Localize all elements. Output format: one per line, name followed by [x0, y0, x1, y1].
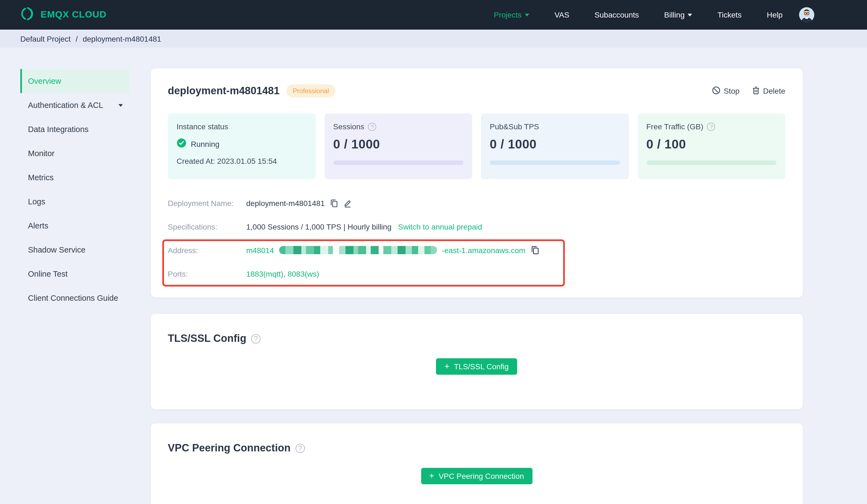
sidebar-item-shadow-service[interactable]: Shadow Service	[20, 238, 129, 262]
deployment-name-row: Deployment Name: deployment-m4801481	[168, 191, 785, 215]
vpc-peering-card: VPC Peering Connection VPC Peering Conne…	[151, 424, 803, 504]
nav-item-tickets[interactable]: Tickets	[718, 10, 742, 19]
sidebar-item-online-test[interactable]: Online Test	[20, 262, 129, 286]
copy-icon[interactable]	[530, 245, 539, 255]
switch-annual-prepaid-link[interactable]: Switch to annual prepaid	[398, 222, 482, 231]
main-content: deployment-m4801481 Professional Stop	[151, 68, 803, 504]
instance-status-text: Running	[191, 140, 220, 148]
sidebar-item-authentication-acl[interactable]: Authentication & ACL	[20, 93, 129, 117]
sidebar-item-logs[interactable]: Logs	[20, 189, 129, 213]
breadcrumb-separator: /	[76, 34, 78, 43]
sidebar-item-alerts[interactable]: Alerts	[20, 213, 129, 238]
copy-icon[interactable]	[330, 199, 338, 207]
specifications-value: 1,000 Sessions / 1,000 TPS | Hourly bill…	[246, 222, 392, 231]
traffic-progress-bar	[646, 161, 777, 165]
app: EMQX CLOUD Projects VAS Subaccounts Bill…	[0, 0, 867, 504]
tls-section-title: TLS/SSL Config	[168, 332, 246, 344]
sidebar-item-data-integrations[interactable]: Data Integrations	[20, 117, 129, 141]
top-navbar: EMQX CLOUD Projects VAS Subaccounts Bill…	[0, 0, 867, 30]
sessions-progress-bar	[333, 161, 463, 165]
vpc-section-title: VPC Peering Connection	[168, 442, 291, 454]
sessions-card: Sessions 0 / 1000	[324, 113, 472, 179]
ports-value: 1883(mqtt), 8083(ws)	[246, 269, 319, 278]
instance-status-card: Instance status Running Created At: 2023…	[168, 113, 315, 179]
sessions-value: 0 / 1000	[333, 137, 463, 152]
ports-row: Ports: 1883(mqtt), 8083(ws)	[168, 262, 785, 285]
emqx-logo[interactable]: EMQX CLOUD	[20, 6, 106, 24]
deployment-title: deployment-m4801481	[168, 85, 280, 97]
address-redaction	[279, 246, 437, 254]
breadcrumb-current: deployment-m4801481	[83, 34, 161, 43]
address-suffix: -east-1.amazonaws.com	[442, 246, 525, 254]
deployment-overview-card: deployment-m4801481 Professional Stop	[151, 68, 803, 297]
address-prefix: m48014	[246, 246, 274, 254]
address-row: Address: m48014 -east-1.amazonaws.com	[168, 238, 785, 262]
trash-icon	[751, 86, 760, 96]
brand-name: EMQX CLOUD	[41, 9, 106, 20]
plan-badge: Professional	[286, 84, 335, 98]
add-tls-ssl-config-button[interactable]: TLS/SSL Config	[436, 358, 517, 375]
sidebar-item-overview[interactable]: Overview	[20, 69, 129, 93]
nav-item-billing[interactable]: Billing	[664, 10, 692, 19]
traffic-value: 0 / 100	[646, 137, 777, 152]
edit-icon[interactable]	[343, 199, 352, 207]
nav-item-help[interactable]: Help	[767, 10, 783, 19]
delete-button[interactable]: Delete	[751, 86, 785, 96]
sidebar-item-client-connections-guide[interactable]: Client Connections Guide	[20, 286, 129, 310]
nav-item-vas[interactable]: VAS	[554, 10, 569, 19]
stop-button[interactable]: Stop	[711, 86, 739, 96]
nav-item-subaccounts[interactable]: Subaccounts	[595, 10, 639, 19]
breadcrumb-project[interactable]: Default Project	[20, 34, 71, 43]
help-icon[interactable]	[251, 334, 260, 343]
sidebar-item-monitor[interactable]: Monitor	[20, 141, 129, 165]
pubsub-tps-card: Pub&Sub TPS 0 / 1000	[481, 113, 629, 179]
nav-item-projects[interactable]: Projects	[494, 10, 529, 19]
add-vpc-peering-button[interactable]: VPC Peering Connection	[421, 468, 532, 484]
breadcrumb: Default Project / deployment-m4801481	[0, 30, 867, 48]
tps-progress-bar	[490, 161, 620, 165]
deployment-details: Deployment Name: deployment-m4801481	[168, 191, 785, 285]
chevron-down-icon	[688, 13, 692, 18]
chevron-down-icon	[525, 13, 529, 18]
free-traffic-card: Free Traffic (GB) 0 / 100	[638, 113, 785, 179]
created-at-text: Created At: 2023.01.05 15:54	[176, 157, 307, 165]
plus-icon	[429, 472, 434, 480]
plus-icon	[445, 362, 450, 371]
top-nav-menu: Projects VAS Subaccounts Billing Tickets…	[494, 10, 783, 19]
specifications-row: Specifications: 1,000 Sessions / 1,000 T…	[168, 215, 785, 238]
stats-row: Instance status Running Created At: 2023…	[168, 113, 785, 179]
emqx-logo-icon	[20, 6, 35, 24]
chevron-down-icon	[118, 104, 123, 109]
sidebar: Overview Authentication & ACL Data Integ…	[20, 69, 129, 310]
user-avatar[interactable]	[799, 7, 814, 22]
deployment-name-value: deployment-m4801481	[246, 199, 325, 207]
help-icon[interactable]	[296, 443, 305, 453]
help-icon[interactable]	[368, 122, 376, 131]
help-icon[interactable]	[707, 122, 715, 131]
tps-value: 0 / 1000	[490, 137, 620, 152]
check-circle-icon	[176, 138, 186, 150]
stop-icon	[711, 86, 720, 96]
sidebar-item-metrics[interactable]: Metrics	[20, 165, 129, 189]
tls-ssl-config-card: TLS/SSL Config TLS/SSL Config	[151, 314, 803, 409]
